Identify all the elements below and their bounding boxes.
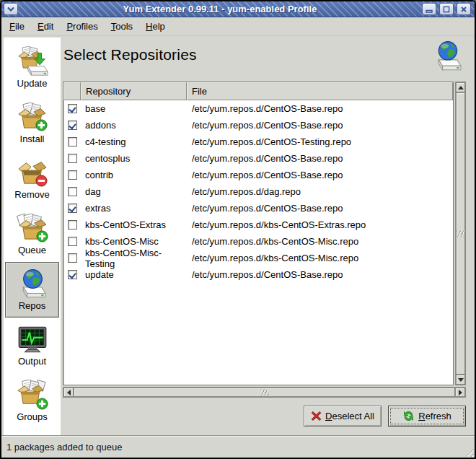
minimize-button[interactable] <box>422 3 436 15</box>
scrollbar-grip <box>260 389 268 395</box>
repo-file: /etc/yum.repos.d/CentOS-Base.repo <box>187 153 453 164</box>
repo-name: c4-testing <box>81 136 187 147</box>
app-window: Yum Extender 0.99.11 - yum-enabled Profi… <box>0 0 476 459</box>
repo-checkbox[interactable] <box>68 104 77 113</box>
repo-checkbox[interactable] <box>68 220 77 230</box>
table-row[interactable]: centosplus /etc/yum.repos.d/CentOS-Base.… <box>63 150 453 167</box>
menu-profiles[interactable]: Profiles <box>60 18 104 35</box>
horizontal-scrollbar[interactable] <box>63 387 466 398</box>
sidebar-item-label: Repos <box>19 301 46 311</box>
repo-checkbox[interactable] <box>68 270 77 279</box>
menu-help[interactable]: Help <box>139 18 172 35</box>
repository-table: Repository File base /etc/yum.repos.d/Ce… <box>63 82 454 385</box>
scroll-right-button[interactable] <box>455 388 465 397</box>
arrow-up-icon <box>458 86 464 89</box>
repo-name: dag <box>81 186 187 197</box>
sidebar-item-repos[interactable]: Repos <box>5 262 59 318</box>
window-controls <box>420 3 472 15</box>
deselect-all-label: Deselect All <box>325 411 374 421</box>
refresh-button[interactable]: Refresh <box>388 406 466 427</box>
menu-file[interactable]: File <box>3 18 31 35</box>
repo-name: kbs-CentOS-Extras <box>81 219 187 230</box>
table-row[interactable]: dag /etc/yum.repos.d/dag.repo <box>63 183 453 200</box>
repo-checkbox[interactable] <box>68 204 77 213</box>
arrow-left-icon <box>67 390 71 395</box>
repo-checkbox[interactable] <box>68 170 77 180</box>
table-row[interactable]: extras /etc/yum.repos.d/CentOS-Base.repo <box>63 200 453 217</box>
sidebar-item-output[interactable]: Output <box>5 318 59 373</box>
sidebar-item-remove[interactable]: Remove <box>5 151 59 206</box>
button-row: Deselect All Refresh <box>1 406 466 427</box>
repo-checkbox[interactable] <box>68 253 77 263</box>
resize-grip[interactable] <box>463 446 474 457</box>
menu-edit[interactable]: Edit <box>31 18 60 35</box>
column-header-file[interactable]: File <box>187 82 453 100</box>
table-row[interactable]: kbs-CentOS-Extras /etc/yum.repos.d/kbs-C… <box>63 217 453 233</box>
repo-name: centosplus <box>81 153 187 164</box>
maximize-button[interactable] <box>439 3 454 15</box>
checkbox-cell <box>63 170 81 180</box>
checkbox-cell <box>63 253 81 263</box>
repo-file: /etc/yum.repos.d/CentOS-Base.repo <box>187 269 453 280</box>
table-row[interactable]: update /etc/yum.repos.d/CentOS-Base.repo <box>63 266 453 283</box>
horizontal-scrollbar-thumb[interactable] <box>74 388 455 397</box>
scroll-up-button[interactable] <box>456 82 465 92</box>
arrow-down-icon <box>458 378 464 382</box>
table-row[interactable]: kbs-CentOS-Misc-Testing /etc/yum.repos.d… <box>63 250 453 266</box>
repo-checkbox[interactable] <box>68 137 77 147</box>
repo-table-rows: base /etc/yum.repos.d/CentOS-Base.repo a… <box>63 100 453 283</box>
checkbox-cell <box>63 121 81 130</box>
checkbox-cell <box>63 187 81 196</box>
repo-name: update <box>81 269 187 280</box>
status-text: 1 packages added to queue <box>6 442 122 453</box>
box-add-icon <box>16 102 49 134</box>
repo-checkbox[interactable] <box>68 154 77 163</box>
repository-globe-icon <box>431 39 463 74</box>
scroll-left-button[interactable] <box>63 388 74 397</box>
column-header-checkbox[interactable] <box>63 82 81 100</box>
checkbox-cell <box>63 270 81 279</box>
repo-checkbox[interactable] <box>68 187 77 196</box>
repo-checkbox[interactable] <box>68 237 77 246</box>
box-download-icon <box>16 46 49 78</box>
page-title: Select Repositories <box>63 46 197 64</box>
vertical-scrollbar[interactable] <box>455 82 466 385</box>
sidebar-item-queue[interactable]: Queue <box>5 206 59 262</box>
window-title: Yum Extender 0.99.11 - yum-enabled Profi… <box>19 4 420 14</box>
table-row[interactable]: addons /etc/yum.repos.d/CentOS-Base.repo <box>63 117 453 134</box>
repo-file: /etc/yum.repos.d/CentOS-Base.repo <box>187 120 453 131</box>
globe-drive-icon <box>16 268 49 300</box>
monitor-graph-icon <box>16 324 49 356</box>
checkbox-cell <box>63 204 81 213</box>
sidebar-item-label: Install <box>20 134 45 144</box>
titlebar[interactable]: Yum Extender 0.99.11 - yum-enabled Profi… <box>1 1 475 17</box>
scroll-down-button[interactable] <box>456 375 465 385</box>
refresh-label: Refresh <box>418 411 451 421</box>
checkbox-cell <box>63 154 81 163</box>
table-row[interactable]: c4-testing /etc/yum.repos.d/CentOS-Testi… <box>63 134 453 150</box>
window-menu-button[interactable] <box>4 3 18 15</box>
repo-file: /etc/yum.repos.d/CentOS-Base.repo <box>187 103 453 114</box>
sidebar-item-install[interactable]: Install <box>5 95 59 151</box>
menubar: File Edit Profiles Tools Help <box>1 17 475 36</box>
sidebar-item-update[interactable]: Update <box>5 40 59 95</box>
repo-checkbox[interactable] <box>68 121 77 130</box>
checkbox-cell <box>63 137 81 147</box>
table-row[interactable]: base /etc/yum.repos.d/CentOS-Base.repo <box>63 100 453 117</box>
checkbox-cell <box>63 237 81 246</box>
box-remove-icon <box>16 157 49 189</box>
repo-file: /etc/yum.repos.d/kbs-CentOS-Misc.repo <box>187 236 453 247</box>
sidebar-item-label: Queue <box>18 245 46 255</box>
table-row[interactable]: contrib /etc/yum.repos.d/CentOS-Base.rep… <box>63 167 453 183</box>
column-header-repository[interactable]: Repository <box>81 82 187 100</box>
chevron-down-icon <box>6 6 15 12</box>
repo-file: /etc/yum.repos.d/CentOS-Base.repo <box>187 203 453 214</box>
repo-name: addons <box>81 120 187 131</box>
repo-file: /etc/yum.repos.d/dag.repo <box>187 186 453 197</box>
menu-tools[interactable]: Tools <box>105 18 139 35</box>
checkbox-cell <box>63 104 81 113</box>
vertical-scrollbar-thumb[interactable] <box>456 92 465 375</box>
close-button[interactable] <box>457 3 471 15</box>
deselect-all-button[interactable]: Deselect All <box>304 406 382 427</box>
minimize-icon <box>425 5 433 14</box>
